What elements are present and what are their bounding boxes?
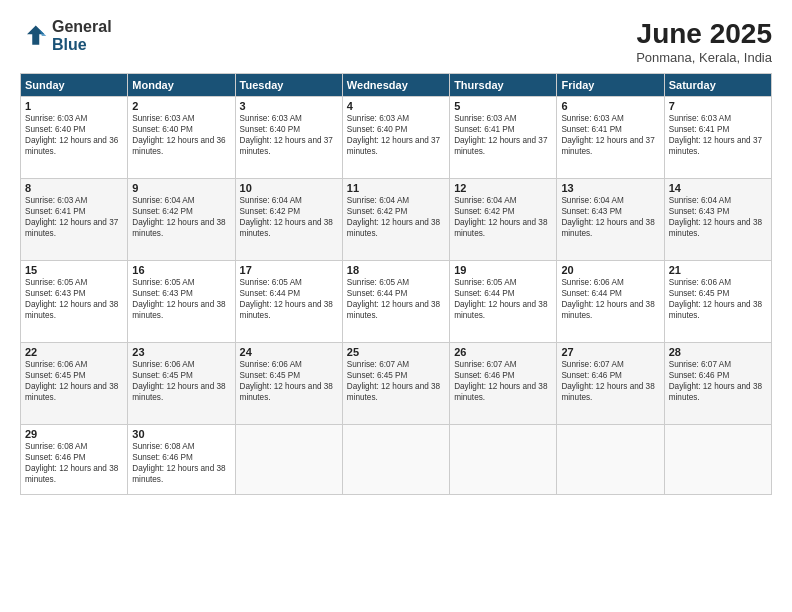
day-info: Sunrise: 6:07 AMSunset: 6:46 PMDaylight:… — [561, 359, 659, 403]
table-row — [557, 425, 664, 495]
table-row: 23Sunrise: 6:06 AMSunset: 6:45 PMDayligh… — [128, 343, 235, 425]
header: General Blue June 2025 Ponmana, Kerala, … — [20, 18, 772, 65]
table-row: 17Sunrise: 6:05 AMSunset: 6:44 PMDayligh… — [235, 261, 342, 343]
table-row: 27Sunrise: 6:07 AMSunset: 6:46 PMDayligh… — [557, 343, 664, 425]
col-saturday: Saturday — [664, 74, 771, 97]
calendar-week-row: 22Sunrise: 6:06 AMSunset: 6:45 PMDayligh… — [21, 343, 772, 425]
day-info: Sunrise: 6:04 AMSunset: 6:42 PMDaylight:… — [347, 195, 445, 239]
day-number: 15 — [25, 264, 123, 276]
logo-icon — [20, 22, 48, 50]
table-row: 21Sunrise: 6:06 AMSunset: 6:45 PMDayligh… — [664, 261, 771, 343]
day-number: 29 — [25, 428, 123, 440]
table-row: 5Sunrise: 6:03 AMSunset: 6:41 PMDaylight… — [450, 97, 557, 179]
day-info: Sunrise: 6:08 AMSunset: 6:46 PMDaylight:… — [25, 441, 123, 485]
calendar-week-row: 1Sunrise: 6:03 AMSunset: 6:40 PMDaylight… — [21, 97, 772, 179]
col-tuesday: Tuesday — [235, 74, 342, 97]
day-number: 11 — [347, 182, 445, 194]
day-info: Sunrise: 6:03 AMSunset: 6:41 PMDaylight:… — [25, 195, 123, 239]
day-info: Sunrise: 6:03 AMSunset: 6:41 PMDaylight:… — [454, 113, 552, 157]
day-number: 28 — [669, 346, 767, 358]
day-info: Sunrise: 6:05 AMSunset: 6:44 PMDaylight:… — [240, 277, 338, 321]
table-row: 14Sunrise: 6:04 AMSunset: 6:43 PMDayligh… — [664, 179, 771, 261]
day-number: 8 — [25, 182, 123, 194]
day-number: 6 — [561, 100, 659, 112]
day-number: 12 — [454, 182, 552, 194]
table-row: 18Sunrise: 6:05 AMSunset: 6:44 PMDayligh… — [342, 261, 449, 343]
calendar: Sunday Monday Tuesday Wednesday Thursday… — [20, 73, 772, 495]
table-row: 29Sunrise: 6:08 AMSunset: 6:46 PMDayligh… — [21, 425, 128, 495]
day-number: 25 — [347, 346, 445, 358]
day-number: 22 — [25, 346, 123, 358]
col-friday: Friday — [557, 74, 664, 97]
day-info: Sunrise: 6:04 AMSunset: 6:42 PMDaylight:… — [132, 195, 230, 239]
day-number: 9 — [132, 182, 230, 194]
day-info: Sunrise: 6:06 AMSunset: 6:44 PMDaylight:… — [561, 277, 659, 321]
table-row: 25Sunrise: 6:07 AMSunset: 6:45 PMDayligh… — [342, 343, 449, 425]
day-info: Sunrise: 6:08 AMSunset: 6:46 PMDaylight:… — [132, 441, 230, 485]
table-row: 12Sunrise: 6:04 AMSunset: 6:42 PMDayligh… — [450, 179, 557, 261]
day-number: 7 — [669, 100, 767, 112]
calendar-week-row: 8Sunrise: 6:03 AMSunset: 6:41 PMDaylight… — [21, 179, 772, 261]
day-number: 5 — [454, 100, 552, 112]
day-number: 10 — [240, 182, 338, 194]
day-number: 23 — [132, 346, 230, 358]
day-info: Sunrise: 6:07 AMSunset: 6:46 PMDaylight:… — [454, 359, 552, 403]
day-number: 19 — [454, 264, 552, 276]
table-row: 16Sunrise: 6:05 AMSunset: 6:43 PMDayligh… — [128, 261, 235, 343]
day-info: Sunrise: 6:05 AMSunset: 6:44 PMDaylight:… — [347, 277, 445, 321]
day-info: Sunrise: 6:04 AMSunset: 6:43 PMDaylight:… — [561, 195, 659, 239]
table-row: 10Sunrise: 6:04 AMSunset: 6:42 PMDayligh… — [235, 179, 342, 261]
day-info: Sunrise: 6:03 AMSunset: 6:41 PMDaylight:… — [561, 113, 659, 157]
day-info: Sunrise: 6:03 AMSunset: 6:41 PMDaylight:… — [669, 113, 767, 157]
day-number: 20 — [561, 264, 659, 276]
location: Ponmana, Kerala, India — [636, 50, 772, 65]
day-info: Sunrise: 6:05 AMSunset: 6:43 PMDaylight:… — [25, 277, 123, 321]
calendar-header-row: Sunday Monday Tuesday Wednesday Thursday… — [21, 74, 772, 97]
day-number: 24 — [240, 346, 338, 358]
table-row: 6Sunrise: 6:03 AMSunset: 6:41 PMDaylight… — [557, 97, 664, 179]
day-number: 30 — [132, 428, 230, 440]
col-wednesday: Wednesday — [342, 74, 449, 97]
table-row — [664, 425, 771, 495]
day-info: Sunrise: 6:07 AMSunset: 6:46 PMDaylight:… — [669, 359, 767, 403]
table-row: 8Sunrise: 6:03 AMSunset: 6:41 PMDaylight… — [21, 179, 128, 261]
day-number: 18 — [347, 264, 445, 276]
table-row: 26Sunrise: 6:07 AMSunset: 6:46 PMDayligh… — [450, 343, 557, 425]
logo: General Blue — [20, 18, 112, 53]
page: General Blue June 2025 Ponmana, Kerala, … — [0, 0, 792, 612]
day-info: Sunrise: 6:06 AMSunset: 6:45 PMDaylight:… — [132, 359, 230, 403]
col-sunday: Sunday — [21, 74, 128, 97]
calendar-week-row: 29Sunrise: 6:08 AMSunset: 6:46 PMDayligh… — [21, 425, 772, 495]
table-row: 24Sunrise: 6:06 AMSunset: 6:45 PMDayligh… — [235, 343, 342, 425]
table-row — [235, 425, 342, 495]
table-row: 13Sunrise: 6:04 AMSunset: 6:43 PMDayligh… — [557, 179, 664, 261]
table-row: 28Sunrise: 6:07 AMSunset: 6:46 PMDayligh… — [664, 343, 771, 425]
table-row: 9Sunrise: 6:04 AMSunset: 6:42 PMDaylight… — [128, 179, 235, 261]
day-info: Sunrise: 6:03 AMSunset: 6:40 PMDaylight:… — [132, 113, 230, 157]
table-row: 19Sunrise: 6:05 AMSunset: 6:44 PMDayligh… — [450, 261, 557, 343]
table-row: 20Sunrise: 6:06 AMSunset: 6:44 PMDayligh… — [557, 261, 664, 343]
day-info: Sunrise: 6:05 AMSunset: 6:43 PMDaylight:… — [132, 277, 230, 321]
day-info: Sunrise: 6:03 AMSunset: 6:40 PMDaylight:… — [347, 113, 445, 157]
month-title: June 2025 — [636, 18, 772, 50]
table-row: 22Sunrise: 6:06 AMSunset: 6:45 PMDayligh… — [21, 343, 128, 425]
table-row: 1Sunrise: 6:03 AMSunset: 6:40 PMDaylight… — [21, 97, 128, 179]
table-row: 4Sunrise: 6:03 AMSunset: 6:40 PMDaylight… — [342, 97, 449, 179]
day-number: 27 — [561, 346, 659, 358]
table-row: 11Sunrise: 6:04 AMSunset: 6:42 PMDayligh… — [342, 179, 449, 261]
table-row: 2Sunrise: 6:03 AMSunset: 6:40 PMDaylight… — [128, 97, 235, 179]
day-info: Sunrise: 6:06 AMSunset: 6:45 PMDaylight:… — [669, 277, 767, 321]
day-number: 14 — [669, 182, 767, 194]
day-info: Sunrise: 6:06 AMSunset: 6:45 PMDaylight:… — [25, 359, 123, 403]
day-info: Sunrise: 6:04 AMSunset: 6:43 PMDaylight:… — [669, 195, 767, 239]
col-thursday: Thursday — [450, 74, 557, 97]
title-block: June 2025 Ponmana, Kerala, India — [636, 18, 772, 65]
day-number: 16 — [132, 264, 230, 276]
logo-text: General Blue — [52, 18, 112, 53]
day-info: Sunrise: 6:04 AMSunset: 6:42 PMDaylight:… — [240, 195, 338, 239]
day-number: 4 — [347, 100, 445, 112]
day-number: 3 — [240, 100, 338, 112]
day-info: Sunrise: 6:03 AMSunset: 6:40 PMDaylight:… — [240, 113, 338, 157]
day-info: Sunrise: 6:07 AMSunset: 6:45 PMDaylight:… — [347, 359, 445, 403]
day-number: 2 — [132, 100, 230, 112]
